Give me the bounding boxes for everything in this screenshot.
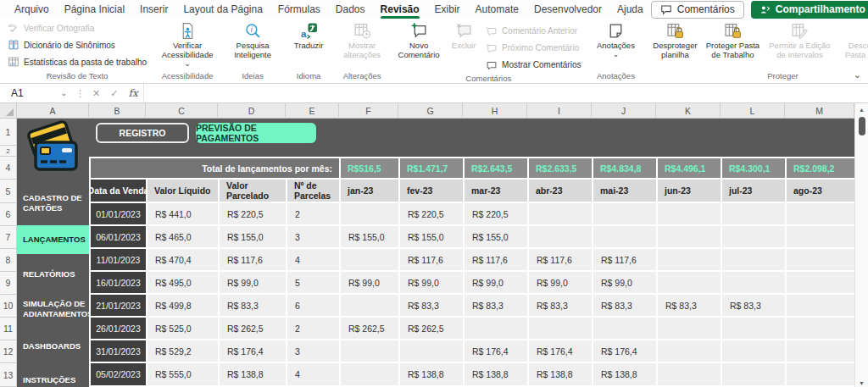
cell-L8[interactable]	[721, 249, 785, 272]
cell-G11[interactable]: R$ 262,5	[398, 318, 463, 340]
cell-D10[interactable]: R$ 83,3	[218, 295, 286, 318]
col-header-I[interactable]: I	[527, 103, 592, 119]
cell-G8[interactable]: R$ 117,6	[398, 249, 463, 272]
sidebar-item-lancamentos[interactable]: LANÇAMENTOS	[17, 225, 89, 254]
cell-E9[interactable]: 5	[286, 272, 339, 295]
col-header-J[interactable]: J	[592, 103, 656, 119]
cell-F10[interactable]	[339, 295, 398, 318]
col-header-A[interactable]: A	[17, 103, 89, 119]
sidebar-item-cadastro-de-cartoes[interactable]: CADASTRO DE CARTÕES	[17, 193, 89, 214]
cell-J9[interactable]: R$ 99,0	[592, 272, 656, 295]
smart-lookup-button[interactable]: i Pesquisa Inteligente	[225, 19, 280, 60]
cell-M10[interactable]	[785, 295, 854, 318]
cell-B7[interactable]: 06/01/2023	[89, 226, 146, 249]
row-header-2[interactable]: 2	[0, 146, 17, 157]
col-header-L[interactable]: L	[721, 103, 785, 119]
sidebar-item-instrucoes[interactable]: INSTRUÇÕES	[17, 375, 89, 385]
cell-G6[interactable]: R$ 220,5	[398, 203, 463, 226]
scroll-down-arrow[interactable]: ▼	[855, 380, 868, 386]
cell-G9[interactable]: R$ 99,0	[398, 272, 463, 295]
col-header-M[interactable]: M	[785, 103, 854, 119]
cell-E13[interactable]: 4	[286, 363, 339, 387]
cell-D11[interactable]: R$ 262,5	[218, 318, 286, 340]
cell-B13[interactable]: 05/02/2023	[89, 363, 146, 387]
cell-C10[interactable]: R$ 499,8	[146, 295, 218, 318]
col-header-F[interactable]: F	[339, 103, 398, 119]
cell-E8[interactable]: 4	[286, 249, 339, 272]
col-header-E[interactable]: E	[286, 103, 339, 119]
cell-I7[interactable]	[527, 226, 592, 249]
cell-I13[interactable]: R$ 138,8	[527, 363, 592, 387]
cell-J11[interactable]	[592, 318, 656, 340]
tab-desenvolvedor[interactable]: Desenvolvedor	[526, 1, 609, 19]
row-header-12[interactable]: 12	[0, 340, 17, 363]
cell-C9[interactable]: R$ 495,0	[146, 272, 218, 295]
cell-M5[interactable]: ago-23	[785, 180, 854, 203]
select-all-corner[interactable]	[0, 103, 17, 119]
cell-B6[interactable]: 01/01/2023	[89, 203, 146, 226]
total-M4[interactable]: R$2.098,2	[785, 157, 854, 180]
cell-C7[interactable]: R$ 465,0	[146, 226, 218, 249]
cell-G10[interactable]: R$ 83,3	[398, 295, 463, 318]
sidebar-item-relatorios[interactable]: RELATÓRIOS	[17, 269, 89, 279]
name-box[interactable]: A1 ⌄	[0, 84, 73, 102]
comments-button[interactable]: Comentários	[651, 1, 744, 19]
row-header-5[interactable]: 5	[0, 180, 17, 203]
insert-function-icon[interactable]: fx	[123, 87, 142, 99]
row-header-11[interactable]: 11	[0, 318, 17, 340]
cell-B12[interactable]: 31/01/2023	[89, 340, 146, 363]
cell-K7[interactable]	[656, 226, 721, 249]
cell-M8[interactable]	[785, 249, 854, 272]
total-F4[interactable]: R$516,5	[339, 157, 398, 180]
cell-G13[interactable]: R$ 138,8	[398, 363, 463, 387]
tab-layout-da-pagina[interactable]: Layout da Página	[175, 1, 270, 19]
cancel-entry-icon[interactable]: ✕	[87, 88, 105, 99]
cell-I9[interactable]: R$ 99,0	[527, 272, 592, 295]
row-header-6[interactable]: 6	[0, 203, 17, 226]
scrollbar-thumb[interactable]	[859, 117, 865, 135]
cell-K10[interactable]: R$ 83,3	[656, 295, 721, 318]
cell-J7[interactable]	[592, 226, 656, 249]
registro-button[interactable]: REGISTRO	[96, 123, 189, 143]
cell-K8[interactable]	[656, 249, 721, 272]
cell-F5[interactable]: jan-23	[339, 180, 398, 203]
cell-L9[interactable]	[721, 272, 785, 295]
cell-F8[interactable]	[339, 249, 398, 272]
cell-K6[interactable]	[656, 203, 721, 226]
cell-H9[interactable]: R$ 99,0	[463, 272, 527, 295]
tab-automate[interactable]: Automate	[468, 1, 526, 19]
new-comment-button[interactable]: Novo Comentário	[393, 19, 444, 60]
show-comments-button[interactable]: Mostrar Comentários	[483, 57, 583, 73]
tab-inserir[interactable]: Inserir	[132, 1, 175, 19]
col-header-H[interactable]: H	[463, 103, 527, 119]
cell-G12[interactable]	[398, 340, 463, 363]
cell-D6[interactable]: R$ 220,5	[218, 203, 286, 226]
row-header-4[interactable]: 4	[0, 157, 17, 180]
cell-K5[interactable]: jun-23	[656, 180, 721, 203]
cell-L10[interactable]: R$ 83,3	[721, 295, 785, 318]
scroll-up-arrow[interactable]: ▲	[855, 103, 868, 113]
cell-I6[interactable]	[527, 203, 592, 226]
collapse-ribbon-chevron[interactable]: ⌄	[854, 69, 861, 80]
cell-J5[interactable]: mai-23	[592, 180, 656, 203]
cell-M11[interactable]	[785, 318, 854, 340]
cell-H13[interactable]: R$ 138,8	[463, 363, 527, 387]
cell-E5[interactable]: Nº de Parcelas	[286, 180, 339, 203]
cell-F12[interactable]	[339, 340, 398, 363]
row-header-8[interactable]: 8	[0, 249, 17, 272]
cell-M12[interactable]	[785, 340, 854, 363]
cell-K13[interactable]	[656, 363, 721, 387]
cell-J12[interactable]: R$ 176,4	[592, 340, 656, 363]
cell-K9[interactable]	[656, 272, 721, 295]
cell-C12[interactable]: R$ 529,2	[146, 340, 218, 363]
col-header-K[interactable]: K	[656, 103, 721, 119]
cell-L12[interactable]	[721, 340, 785, 363]
cell-B11[interactable]: 26/01/2023	[89, 318, 146, 340]
col-header-G[interactable]: G	[398, 103, 463, 119]
cell-I10[interactable]: R$ 83,3	[527, 295, 592, 318]
tab-formulas[interactable]: Fórmulas	[270, 1, 328, 19]
cell-E12[interactable]: 3	[286, 340, 339, 363]
row-header-10[interactable]: 10	[0, 295, 17, 318]
cell-F13[interactable]	[339, 363, 398, 387]
cell-L5[interactable]: jul-23	[721, 180, 785, 203]
